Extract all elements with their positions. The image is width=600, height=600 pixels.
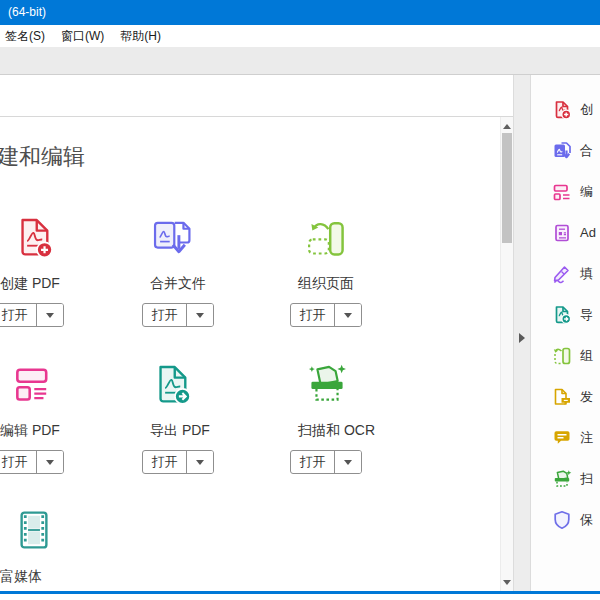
scrollbar-up-arrow[interactable] (501, 119, 513, 133)
sidebar-tool-label: 组 (580, 347, 593, 365)
vertical-scrollbar[interactable] (500, 75, 513, 591)
tool-card-export-pdf[interactable]: 导出 PDF打开 (142, 362, 282, 482)
tools-sidebar: 创合编Ad填导组发注扫保 (531, 75, 600, 591)
organize-pages-icon (552, 346, 572, 366)
sidebar-tool-edit-pdf[interactable]: 编 (531, 171, 600, 212)
open-dropdown-button[interactable] (36, 304, 63, 326)
open-dropdown-button[interactable] (334, 304, 361, 326)
panel-splitter[interactable] (513, 75, 531, 591)
sidebar-tool-organize-pages[interactable]: 组 (531, 335, 600, 376)
triangle-up-icon (503, 124, 511, 129)
content-area: 建和编辑 创建 PDF打开合并文件打开组织页面打开编辑 PDF打开导出 PDF打… (0, 75, 600, 591)
sidebar-tool-form-document[interactable]: Ad (531, 212, 600, 253)
tool-label: 合并文件 (150, 275, 206, 293)
toolbar-strip (0, 47, 600, 75)
menubar: 签名(S) 窗口(W) 帮助(H) (0, 25, 600, 47)
tool-card-create-pdf[interactable]: 创建 PDF打开 (0, 215, 132, 335)
open-button[interactable]: 打开 (143, 304, 186, 326)
tool-card-rich-media[interactable]: 富媒体 (0, 508, 132, 591)
tool-label: 扫描和 OCR (298, 422, 375, 440)
open-split-button[interactable]: 打开 (0, 303, 64, 327)
create-pdf-icon (552, 100, 572, 120)
tool-label: 富媒体 (0, 568, 42, 586)
open-button[interactable]: 打开 (291, 304, 334, 326)
edit-pdf-icon (10, 362, 54, 406)
export-pdf-icon (150, 362, 194, 406)
sidebar-tool-label: 保 (580, 511, 593, 529)
open-dropdown-button[interactable] (36, 451, 63, 473)
open-split-button[interactable]: 打开 (142, 450, 214, 474)
open-button[interactable]: 打开 (0, 451, 36, 473)
combine-files-icon (552, 141, 572, 161)
send-comments-icon (552, 387, 572, 407)
sidebar-tool-label: 发 (580, 388, 593, 406)
open-dropdown-button[interactable] (186, 304, 213, 326)
open-split-button[interactable]: 打开 (290, 450, 362, 474)
window-titlebar[interactable]: (64-bit) (0, 0, 600, 25)
scrollbar-thumb[interactable] (502, 133, 512, 243)
rich-media-icon (12, 508, 56, 552)
sidebar-tool-label: 注 (580, 429, 593, 447)
sidebar-tool-label: Ad (580, 225, 596, 240)
sidebar-tool-label: 导 (580, 306, 593, 324)
open-button[interactable]: 打开 (143, 451, 186, 473)
tool-card-organize-pages[interactable]: 组织页面打开 (290, 215, 430, 335)
tool-label: 导出 PDF (150, 422, 210, 440)
expand-panel-arrow-icon[interactable] (519, 333, 525, 343)
caret-down-icon (46, 460, 54, 465)
caret-down-icon (344, 460, 352, 465)
tool-card-edit-pdf[interactable]: 编辑 PDF打开 (0, 362, 132, 482)
tools-header-strip (0, 75, 500, 117)
menu-window[interactable]: 窗口(W) (53, 28, 112, 45)
tools-panel: 建和编辑 创建 PDF打开合并文件打开组织页面打开编辑 PDF打开导出 PDF打… (0, 75, 500, 591)
tool-label: 创建 PDF (0, 275, 60, 293)
sidebar-tool-send-comments[interactable]: 发 (531, 376, 600, 417)
menu-sign[interactable]: 签名(S) (0, 28, 53, 45)
caret-down-icon (46, 313, 54, 318)
tool-card-combine-files[interactable]: 合并文件打开 (142, 215, 282, 335)
sidebar-tool-comment[interactable]: 注 (531, 417, 600, 458)
sidebar-tool-label: 扫 (580, 470, 593, 488)
open-split-button[interactable]: 打开 (290, 303, 362, 327)
menu-help[interactable]: 帮助(H) (112, 28, 169, 45)
tool-card-scan-ocr[interactable]: 扫描和 OCR打开 (290, 362, 430, 482)
form-document-icon (552, 223, 572, 243)
sidebar-tool-label: 填 (580, 265, 593, 283)
section-title: 建和编辑 (0, 142, 85, 172)
organize-pages-icon (305, 215, 349, 259)
scrollbar-track[interactable] (500, 117, 513, 591)
protect-shield-icon (552, 510, 572, 530)
caret-down-icon (196, 460, 204, 465)
sidebar-tool-export-pdf[interactable]: 导 (531, 294, 600, 335)
caret-down-icon (344, 313, 352, 318)
sidebar-tool-protect-shield[interactable]: 保 (531, 499, 600, 540)
open-split-button[interactable]: 打开 (0, 450, 64, 474)
triangle-down-icon (503, 580, 511, 585)
export-pdf-icon (552, 305, 572, 325)
tool-label: 组织页面 (298, 275, 354, 293)
open-split-button[interactable]: 打开 (142, 303, 214, 327)
comment-icon (552, 428, 572, 448)
caret-down-icon (196, 313, 204, 318)
scan-ocr-icon (305, 362, 349, 406)
open-dropdown-button[interactable] (186, 451, 213, 473)
create-pdf-icon (12, 215, 56, 259)
sidebar-tool-label: 合 (580, 142, 593, 160)
sidebar-tool-create-pdf[interactable]: 创 (531, 89, 600, 130)
sidebar-tool-scan-ocr[interactable]: 扫 (531, 458, 600, 499)
sidebar-tool-fill-sign-pen[interactable]: 填 (531, 253, 600, 294)
scrollbar-down-arrow[interactable] (501, 575, 513, 589)
sidebar-tool-label: 创 (580, 101, 593, 119)
open-dropdown-button[interactable] (334, 451, 361, 473)
fill-sign-pen-icon (552, 264, 572, 284)
combine-files-icon (150, 215, 194, 259)
tool-label: 编辑 PDF (0, 422, 60, 440)
window-title: (64-bit) (8, 5, 46, 19)
window-bottom-border (0, 591, 600, 594)
sidebar-tool-combine-files[interactable]: 合 (531, 130, 600, 171)
sidebar-tool-label: 编 (580, 183, 593, 201)
open-button[interactable]: 打开 (0, 304, 36, 326)
open-button[interactable]: 打开 (291, 451, 334, 473)
edit-pdf-icon (552, 182, 572, 202)
sidebar-tool-list: 创合编Ad填导组发注扫保 (531, 89, 600, 540)
